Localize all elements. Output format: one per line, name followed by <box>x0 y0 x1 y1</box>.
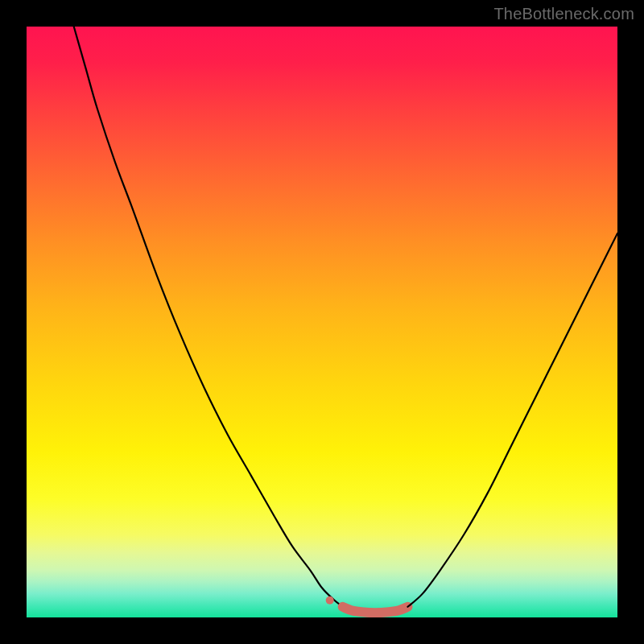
watermark-text: TheBottleneck.com <box>493 5 634 23</box>
chart-svg <box>27 27 617 617</box>
valley-marker-dot <box>326 597 334 605</box>
plot-area <box>27 27 617 617</box>
bottleneck-curve <box>407 233 617 607</box>
chart-frame: TheBottleneck.com <box>0 0 644 644</box>
valley-highlight <box>343 607 408 613</box>
bottleneck-curve <box>74 27 343 607</box>
